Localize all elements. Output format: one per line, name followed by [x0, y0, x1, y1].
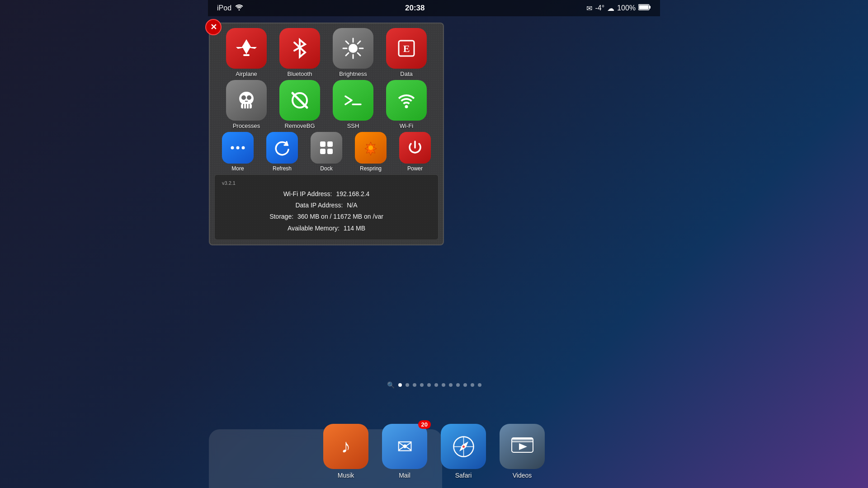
- airplane-label: Airplane: [236, 70, 257, 77]
- brightness-label: Brightness: [339, 70, 367, 77]
- wifi-button[interactable]: Wi-Fi: [382, 80, 431, 129]
- data-label: Data: [400, 70, 412, 77]
- dot-10[interactable]: [463, 383, 467, 387]
- icon-row-2: Processes RemoveBG SSH: [214, 80, 439, 129]
- dock-button[interactable]: Dock: [306, 132, 347, 172]
- svg-rect-33: [320, 149, 326, 154]
- safari-label: Safari: [455, 472, 472, 479]
- refresh-label: Refresh: [273, 165, 292, 172]
- svg-rect-3: [639, 5, 649, 9]
- brightness-icon-box: [333, 28, 373, 69]
- storage-line: Storage: 360 MB on / 11672 MB on /var: [222, 211, 431, 222]
- data-button[interactable]: E Data: [382, 28, 431, 77]
- dot-7[interactable]: [442, 383, 445, 387]
- power-label: Power: [407, 165, 423, 172]
- svg-rect-42: [512, 438, 533, 440]
- wifi-ip-label: Wi-Fi IP Address:: [283, 190, 332, 197]
- more-button[interactable]: More: [217, 132, 258, 172]
- svg-line-10: [346, 41, 349, 44]
- svg-rect-43: [512, 441, 533, 442]
- processes-label: Processes: [233, 122, 260, 129]
- dock-item-videos[interactable]: Videos: [500, 424, 545, 479]
- wifi-label: Wi-Fi: [400, 122, 413, 129]
- dock-item-musik[interactable]: ♪ Musik: [323, 424, 368, 479]
- bluetooth-label: Bluetooth: [288, 70, 312, 77]
- brightness-button[interactable]: Brightness: [328, 28, 378, 77]
- svg-point-36: [368, 145, 373, 150]
- status-left: iPod: [217, 4, 243, 12]
- bluetooth-button[interactable]: Bluetooth: [275, 28, 325, 77]
- wifi-icon-box: [386, 80, 427, 121]
- data-ip-label: Data IP Address:: [295, 202, 343, 209]
- svg-rect-4: [243, 54, 250, 56]
- respring-icon-box: [355, 132, 387, 164]
- close-icon: ✕: [210, 22, 217, 32]
- svg-rect-2: [649, 6, 651, 9]
- respring-label: Respring: [360, 165, 382, 172]
- svg-point-30: [242, 146, 245, 150]
- svg-point-5: [349, 44, 358, 53]
- dot-12[interactable]: [478, 383, 481, 387]
- status-right: ✉ -4° ☁ 100%: [586, 4, 651, 13]
- ssh-button[interactable]: SSH: [328, 80, 378, 129]
- popup-panel: ✕ Airplane Bluetooth: [209, 23, 444, 245]
- svg-rect-32: [327, 141, 333, 147]
- svg-point-28: [231, 146, 234, 150]
- dot-5[interactable]: [427, 383, 431, 387]
- airplane-button[interactable]: Airplane: [222, 28, 271, 77]
- mail-icon: ✉ 20: [382, 424, 427, 469]
- respring-button[interactable]: Respring: [350, 132, 391, 172]
- wifi-signal-icon: [235, 4, 243, 12]
- svg-point-29: [236, 146, 240, 150]
- dock-icon-box: [311, 132, 342, 164]
- dot-3[interactable]: [413, 383, 416, 387]
- ssh-icon-box: [333, 80, 373, 121]
- svg-line-12: [358, 41, 360, 44]
- removebg-button[interactable]: RemoveBG: [275, 80, 325, 129]
- ssh-label: SSH: [347, 122, 359, 129]
- info-panel: v3.2.1 Wi-Fi IP Address: 192.168.2.4 Dat…: [214, 174, 439, 240]
- refresh-icon-box: [266, 132, 298, 164]
- memory-line: Available Memory: 114 MB: [222, 223, 431, 234]
- svg-point-40: [462, 446, 465, 448]
- svg-point-0: [239, 9, 240, 11]
- mail-badge: 20: [418, 420, 431, 429]
- svg-rect-31: [320, 141, 326, 147]
- dot-4[interactable]: [420, 383, 424, 387]
- bluetooth-icon-box: [279, 28, 320, 69]
- more-icon-box: [222, 132, 254, 164]
- data-ip-value: N/A: [347, 202, 357, 209]
- dot-11[interactable]: [471, 383, 474, 387]
- dock-item-safari[interactable]: Safari: [441, 424, 486, 479]
- page-dots: 🔍: [208, 381, 660, 389]
- svg-text:E: E: [403, 43, 410, 54]
- dot-9[interactable]: [456, 383, 460, 387]
- musik-icon: ♪: [323, 424, 368, 469]
- wifi-ip-line: Wi-Fi IP Address: 192.168.2.4: [222, 188, 431, 200]
- processes-icon-box: [226, 80, 267, 121]
- safari-icon: [441, 424, 486, 469]
- power-button[interactable]: Power: [395, 132, 435, 172]
- data-ip-line: Data IP Address: N/A: [222, 200, 431, 211]
- device-name: iPod: [217, 4, 231, 12]
- removebg-label: RemoveBG: [284, 122, 315, 129]
- close-button[interactable]: ✕: [205, 19, 222, 35]
- refresh-button[interactable]: Refresh: [262, 132, 302, 172]
- dot-6[interactable]: [434, 383, 438, 387]
- dot-1[interactable]: [398, 383, 402, 387]
- memory-value: 114 MB: [344, 225, 365, 232]
- status-bar: iPod 20:38 ✉ -4° ☁ 100%: [208, 0, 660, 16]
- power-icon-box: [399, 132, 431, 164]
- battery-icon: [638, 4, 651, 12]
- svg-rect-34: [327, 149, 333, 154]
- processes-button[interactable]: Processes: [222, 80, 271, 129]
- more-label: More: [231, 165, 244, 172]
- dock-item-mail[interactable]: ✉ 20 Mail: [382, 424, 427, 479]
- mail-icon: ✉: [586, 4, 592, 13]
- dot-2[interactable]: [406, 383, 409, 387]
- storage-label: Storage:: [269, 213, 293, 220]
- svg-line-13: [346, 53, 349, 56]
- dot-8[interactable]: [449, 383, 453, 387]
- svg-line-11: [358, 53, 360, 56]
- dock: ♪ Musik ✉ 20 Mail Safari: [208, 424, 660, 483]
